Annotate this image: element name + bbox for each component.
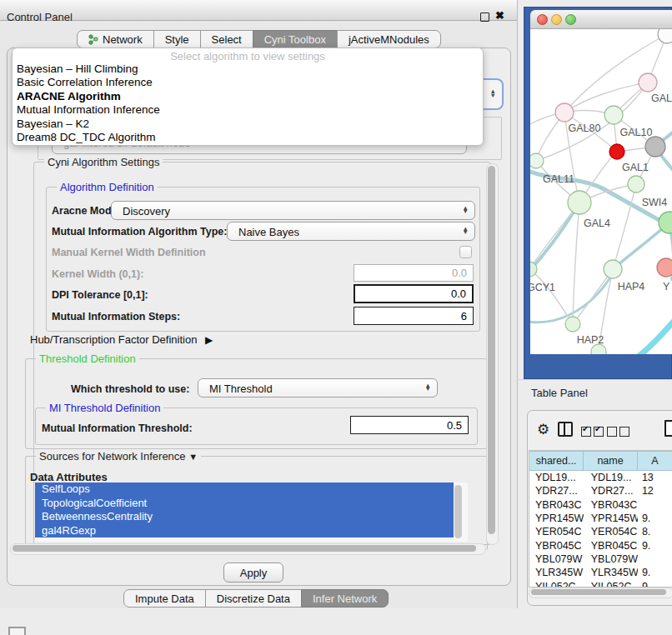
network-node[interactable] (568, 191, 591, 214)
network-node[interactable] (555, 103, 574, 122)
mi-type-combobox[interactable]: Naive Bayes ▲▼ (227, 222, 475, 241)
attribute-list-scrollbar[interactable] (454, 485, 462, 538)
control-panel-title: Control Panel (7, 11, 73, 23)
tab-discretize-data[interactable]: Discretize Data (205, 589, 302, 608)
collapse-arrow-icon[interactable]: ▼ (188, 452, 198, 462)
network-edge[interactable] (564, 82, 648, 112)
vertical-scrollbar-thumb[interactable] (488, 166, 495, 534)
apply-button[interactable]: Apply (223, 562, 283, 582)
tab-infer-network[interactable]: Infer Network (301, 589, 389, 608)
which-threshold-label: Which threshold to use: (71, 383, 189, 395)
vertical-scrollbar-track[interactable] (486, 163, 499, 545)
bottom-tabs: Impute Data Discretize Data Infer Networ… (123, 589, 389, 608)
stepper-icon: ▲▼ (463, 207, 469, 214)
document-icon[interactable] (664, 420, 672, 437)
network-node[interactable] (530, 153, 544, 168)
attribute-list-item[interactable]: TopologicalCoefficient (35, 497, 454, 511)
network-edge[interactable] (635, 318, 672, 354)
algorithm-option[interactable]: Bayesian – K2 (13, 118, 483, 131)
aracne-mode-value: Discovery (123, 204, 170, 217)
network-node-label: GAL10 (620, 127, 653, 138)
split-pane-icon[interactable] (558, 422, 573, 437)
zoom-traffic-light-icon[interactable] (565, 14, 576, 25)
minimize-traffic-light-icon[interactable] (551, 14, 562, 25)
table-cell: YBR043C (584, 499, 638, 511)
algorithm-option[interactable]: Mutual Information Inference (13, 103, 483, 117)
table-column-header[interactable]: A (637, 451, 672, 471)
attribute-list-item[interactable]: gal4RGexp (35, 524, 454, 538)
tab-cyni-toolbox[interactable]: Cyni Toolbox (253, 30, 338, 48)
table-column-header[interactable]: name (583, 451, 638, 471)
control-panel-titlebar (0, 0, 517, 21)
table-row[interactable]: YPR145WYPR145W9. (529, 512, 672, 525)
table-cell: 12 (638, 485, 672, 497)
unchecked-columns-icon[interactable] (607, 425, 632, 440)
network-node[interactable] (565, 317, 580, 332)
horizontal-scrollbar-thumb[interactable] (13, 545, 476, 552)
network-edge[interactable] (573, 202, 579, 324)
attribute-list-item[interactable]: SelfLoops (35, 482, 454, 497)
sources-title: Sources for Network Inference ▼ (36, 450, 201, 462)
algorithm-option[interactable]: ARACNE Algorithm (13, 90, 483, 103)
network-node-label: GCY1 (530, 282, 555, 293)
network-node[interactable] (604, 106, 623, 124)
table-cell: 9. (638, 567, 672, 578)
table-row[interactable]: YLR345WYLR345W9. (529, 566, 672, 579)
control-panel-tabs: Network Style Select Cyni Toolbox jActiv… (77, 30, 441, 48)
algorithm-option[interactable]: Basic Correlation Inference (13, 76, 483, 89)
network-node-label: HAP4 (618, 281, 645, 292)
dpi-tolerance-input[interactable]: 0.0 (354, 284, 474, 303)
hub-definition-expander[interactable]: Hub/Transcription Factor Definition ▶ (30, 333, 213, 346)
float-window-icon[interactable] (480, 12, 489, 22)
network-node[interactable] (604, 260, 622, 278)
tab-style[interactable]: Style (153, 30, 201, 48)
close-traffic-light-icon[interactable] (537, 14, 548, 25)
network-edge[interactable] (536, 82, 648, 161)
network-node[interactable] (628, 176, 644, 192)
table-row[interactable]: YBR045CYBR045C9. (529, 538, 672, 552)
table-column-header[interactable]: shared... (529, 451, 584, 471)
mi-type-label: Mutual Information Algorithm Type: (52, 226, 227, 238)
settings-gear-icon[interactable]: ⚙ (537, 421, 549, 438)
attribute-list[interactable]: SelfLoopsTopologicalCoefficientBetweenne… (35, 482, 468, 542)
table-cell: YDR27... (584, 485, 638, 497)
kernel-width-input[interactable]: 0.0 (354, 264, 474, 282)
aracne-mode-combobox[interactable]: Discovery ▲▼ (111, 201, 475, 220)
network-canvas[interactable]: GALGAL80GAL10GAL1GAL11SWI4GAL4GCY1HAP4YH… (530, 29, 672, 354)
tab-select[interactable]: Select (200, 30, 253, 48)
network-node[interactable] (645, 137, 665, 157)
manual-kernel-checkbox[interactable] (459, 246, 472, 258)
table-row[interactable]: YDR27...YDR27...12 (529, 484, 672, 498)
which-threshold-combobox[interactable]: MI Threshold ▲▼ (198, 378, 438, 398)
stepper-icon: ▲▼ (490, 90, 496, 98)
network-node-label: GAL (651, 92, 672, 104)
network-node-label: GAL1 (622, 162, 649, 173)
floating-widget-fragment[interactable] (8, 627, 26, 635)
table-row[interactable]: YBR043CYBR043C (529, 498, 672, 512)
table-row[interactable]: YER054CYER054C8. (529, 525, 672, 538)
table-row[interactable]: YIL052CYIL052C9 (529, 579, 672, 588)
network-edge[interactable] (530, 202, 579, 278)
attribute-list-item[interactable]: BetweennessCentrality (35, 510, 454, 524)
table-hscrollbar-thumb[interactable] (531, 589, 666, 595)
horizontal-scrollbar-track[interactable] (10, 543, 486, 555)
table-hscrollbar-track[interactable] (529, 588, 672, 598)
table-row[interactable]: YBL079WYBL079W (529, 552, 672, 566)
network-node[interactable] (639, 73, 657, 92)
algorithm-option[interactable]: Dream8 DC_TDC Algorithm (13, 131, 483, 144)
network-node[interactable] (657, 258, 672, 277)
hub-definition-label: Hub/Transcription Factor Definition (30, 333, 197, 346)
close-icon[interactable]: ✖ (495, 9, 504, 22)
network-node-label: Y (663, 281, 670, 292)
tab-jactivemnodules[interactable]: jActiveMNodules (337, 30, 441, 48)
table-row[interactable]: YDL19...YDL19...13 (529, 471, 672, 484)
tab-impute-data[interactable]: Impute Data (123, 589, 206, 608)
mi-threshold-input[interactable]: 0.5 (350, 416, 469, 434)
tab-network[interactable]: Network (77, 30, 154, 48)
algorithm-option[interactable]: Bayesian – Hill Climbing (13, 62, 483, 76)
expander-arrow-icon: ▶ (205, 334, 213, 346)
checked-columns-icon[interactable]: ✔✔ (581, 425, 606, 440)
network-node[interactable] (609, 144, 624, 159)
network-node[interactable] (658, 29, 672, 43)
mi-steps-input[interactable]: 6 (354, 307, 474, 325)
